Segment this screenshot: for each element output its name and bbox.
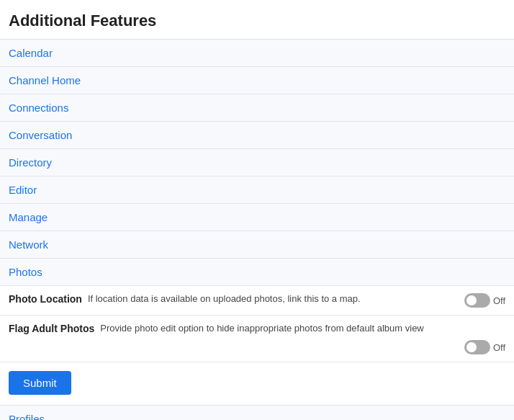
nav-link-channel-home[interactable]: Channel Home <box>0 67 514 94</box>
nav-link-photos[interactable]: Photos <box>0 259 514 285</box>
photo-location-toggle-label: Off <box>493 295 505 306</box>
photo-location-toggle-container: Off <box>464 293 505 308</box>
flag-adult-toggle-container: Off <box>464 340 505 354</box>
flag-adult-label: Flag Adult Photos <box>9 323 94 334</box>
photo-location-toggle[interactable] <box>464 293 490 308</box>
nav-link-calendar[interactable]: Calendar <box>0 40 514 66</box>
nav-item-manage[interactable]: Manage <box>0 203 514 231</box>
flag-adult-row: Flag Adult Photos Provide photo edit opt… <box>0 315 514 362</box>
nav-item-connections[interactable]: Connections <box>0 94 514 121</box>
submit-button[interactable]: Submit <box>9 371 71 395</box>
nav-link-connections[interactable]: Connections <box>0 94 514 121</box>
flag-adult-toggle[interactable] <box>464 340 490 354</box>
nav-link-network[interactable]: Network <box>0 231 514 258</box>
photo-location-row: Photo Location If location data is avail… <box>0 285 514 315</box>
nav-item-photos[interactable]: Photos <box>0 258 514 285</box>
profiles-section[interactable]: Profiles <box>0 405 514 420</box>
nav-link-manage[interactable]: Manage <box>0 204 514 231</box>
profiles-link[interactable]: Profiles <box>0 406 514 420</box>
nav-item-channel-home[interactable]: Channel Home <box>0 66 514 94</box>
submit-area: Submit <box>0 362 514 405</box>
flag-adult-desc: Provide photo edit option to hide inappr… <box>100 323 505 334</box>
flag-adult-toggle-label: Off <box>493 342 505 353</box>
nav-item-directory[interactable]: Directory <box>0 148 514 176</box>
main-container: Additional Features Calendar Channel Hom… <box>0 0 514 420</box>
photo-location-desc: If location data is available on uploade… <box>88 293 459 304</box>
nav-list: Calendar Channel Home Connections Conver… <box>0 39 514 285</box>
nav-item-editor[interactable]: Editor <box>0 176 514 203</box>
nav-item-network[interactable]: Network <box>0 231 514 258</box>
photo-location-label: Photo Location <box>9 293 82 305</box>
nav-link-conversation[interactable]: Conversation <box>0 122 514 148</box>
nav-link-editor[interactable]: Editor <box>0 177 514 203</box>
page-title: Additional Features <box>0 0 514 39</box>
nav-item-conversation[interactable]: Conversation <box>0 121 514 148</box>
nav-link-directory[interactable]: Directory <box>0 149 514 176</box>
nav-item-calendar[interactable]: Calendar <box>0 39 514 66</box>
